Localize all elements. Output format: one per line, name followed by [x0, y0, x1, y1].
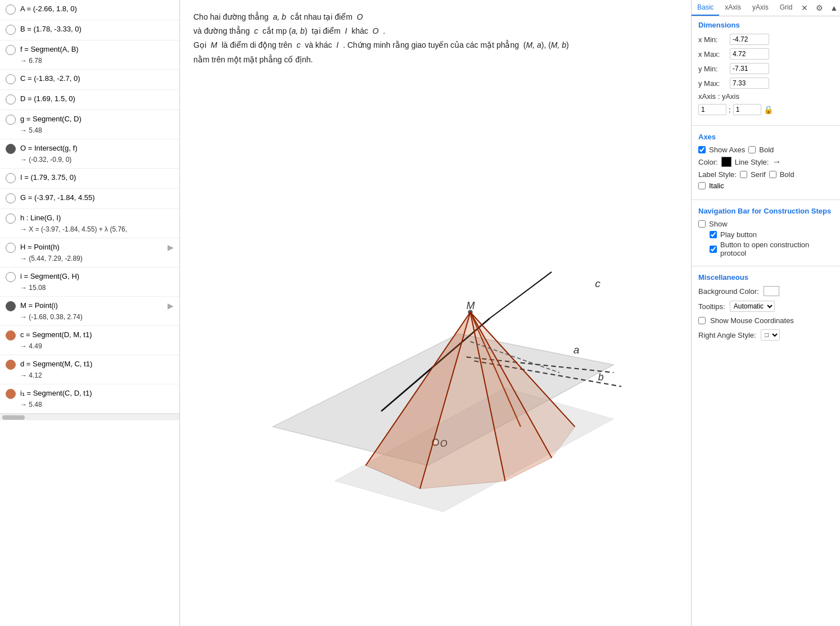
ratio-label: xAxis : yAxis — [698, 92, 739, 101]
tab-basic[interactable]: Basic — [692, 0, 719, 16]
svg-line-8 — [490, 272, 552, 319]
axes-section: Axes Show Axes Bold Color: Line Style: →… — [692, 128, 840, 197]
svg-text:b: b — [598, 371, 604, 382]
tab-grid[interactable]: Grid — [774, 0, 798, 16]
show-axes-row: Show Axes Bold — [698, 146, 833, 154]
play-button-checkbox[interactable] — [710, 231, 717, 238]
algebra-list: A = (-2.66, 1.8, 0) B = (1.78, -3.33, 0)… — [0, 0, 179, 414]
serif-label: Serif — [751, 170, 766, 179]
problem-line3: Gọi M là điểm di động trên c và khác I .… — [193, 40, 569, 49]
serif-checkbox[interactable] — [740, 171, 747, 178]
play-button[interactable]: ▶ — [168, 243, 174, 252]
center-panel: Cho hai đường thẳng a, b cắt nhau tại đi… — [180, 0, 691, 626]
item-text: g = Segment(C, D) → 5.48 — [20, 114, 174, 135]
misc-title: Miscellaneous — [698, 273, 833, 282]
open-protocol-checkbox[interactable] — [710, 246, 717, 253]
list-item: I = (1.79, 3.75, 0) — [0, 169, 179, 189]
italic-checkbox[interactable] — [698, 182, 706, 189]
show-axes-checkbox[interactable] — [698, 146, 706, 153]
angle-style-select[interactable]: □ L — [761, 329, 780, 341]
problem-text: Cho hai đường thẳng a, b cắt nhau tại đi… — [180, 0, 691, 72]
triangle-button[interactable]: ▲ — [827, 1, 840, 15]
play-button[interactable]: ▶ — [168, 301, 174, 310]
color-swatch[interactable] — [721, 157, 731, 167]
list-item: c = Segment(D, M, t1) → 4.49 — [0, 326, 179, 355]
item-icon — [6, 25, 16, 35]
ymax-label: y Max: — [698, 79, 726, 88]
tab-actions: ✕ ⚙ ▲ ∿ — [798, 1, 840, 15]
show-axes-label: Show Axes — [709, 146, 745, 154]
dimensions-section: Dimensions x Min: x Max: y Min: y Max: x… — [692, 16, 840, 123]
list-item: M = Point(i) → (-1.68, 0.38, 2.74) ▶ — [0, 297, 179, 326]
list-item: B = (1.78, -3.33, 0) — [0, 20, 179, 40]
item-text: d = Segment(M, C, t1) → 4.12 — [20, 359, 174, 380]
bold-axes-checkbox[interactable] — [748, 146, 756, 153]
list-item: H = Point(h) → (5.44, 7.29, -2.89) ▶ — [0, 238, 179, 267]
ymin-input[interactable] — [730, 63, 769, 74]
geometry-canvas[interactable]: a b c M O — [180, 72, 691, 626]
item-icon — [6, 115, 16, 125]
xmin-row: x Min: — [698, 34, 833, 45]
ymax-input[interactable] — [730, 78, 769, 89]
show-nav-row: Show — [698, 220, 833, 228]
ratio-colon: : — [729, 106, 731, 114]
italic-row: Italic — [698, 182, 833, 190]
item-text: D = (1.69, 1.5, 0) — [20, 93, 174, 105]
item-icon — [6, 173, 16, 183]
close-button[interactable]: ✕ — [798, 1, 811, 15]
ymin-row: y Min: — [698, 63, 833, 74]
line-style-arrow[interactable]: → — [772, 157, 781, 167]
item-text: A = (-2.66, 1.8, 0) — [20, 3, 174, 15]
label-style-label: Label Style: — [698, 170, 737, 179]
tab-yaxis[interactable]: yAxis — [747, 0, 774, 16]
bold-label: Bold — [780, 170, 794, 179]
item-text: O = Intersect(g, f) → (-0.32, -0.9, 0) — [20, 143, 174, 165]
list-item: d = Segment(M, C, t1) → 4.12 — [0, 355, 179, 384]
xmax-row: x Max: — [698, 48, 833, 60]
list-item: i = Segment(G, H) → 15.08 — [0, 267, 179, 297]
svg-text:c: c — [595, 278, 600, 289]
misc-section: Miscellaneous Background Color: Tooltips… — [692, 269, 840, 350]
item-icon — [6, 272, 16, 282]
show-nav-label: Show — [709, 220, 728, 228]
list-item: C = (-1.83, -2.7, 0) — [0, 70, 179, 90]
item-text: h : Line(G, I) → X = (-3.97, -1.84, 4.55… — [20, 212, 174, 234]
ratio-input-2[interactable] — [733, 104, 761, 115]
tooltips-select[interactable]: Automatic On Off — [730, 301, 775, 312]
color-row: Color: Line Style: → — [698, 157, 833, 167]
axes-title: Axes — [698, 133, 833, 141]
tooltips-label: Tooltips: — [698, 302, 725, 311]
mouse-coords-checkbox[interactable] — [698, 317, 706, 324]
list-item: D = (1.69, 1.5, 0) — [0, 90, 179, 110]
ratio-label-row: xAxis : yAxis — [698, 92, 833, 101]
item-icon — [6, 4, 16, 15]
item-icon — [6, 360, 16, 370]
xmin-label: x Min: — [698, 35, 726, 44]
item-text: B = (1.78, -3.33, 0) — [20, 24, 174, 35]
item-icon — [6, 243, 16, 253]
scrollbar-thumb[interactable] — [2, 415, 25, 420]
horizontal-scrollbar[interactable] — [0, 414, 179, 420]
list-item: O = Intersect(g, f) → (-0.32, -0.9, 0) — [0, 139, 179, 169]
settings-button[interactable]: ⚙ — [812, 1, 826, 15]
bg-color-row: Background Color: — [698, 286, 833, 296]
lock-button[interactable]: 🔒 — [764, 105, 773, 114]
show-nav-checkbox[interactable] — [698, 220, 706, 228]
item-text: M = Point(i) → (-1.68, 0.38, 2.74) — [20, 300, 163, 322]
bold-label-checkbox[interactable] — [769, 171, 776, 178]
xmin-input[interactable] — [730, 34, 769, 45]
nav-bar-section: Navigation Bar for Construction Steps Sh… — [692, 202, 840, 264]
item-text: G = (-3.97, -1.84, 4.55) — [20, 192, 174, 203]
item-icon — [6, 45, 16, 55]
play-button-label: Play button — [720, 230, 757, 239]
tooltips-row: Tooltips: Automatic On Off — [698, 301, 833, 312]
label-style-row: Label Style: Serif Bold — [698, 170, 833, 179]
xmax-label: x Max: — [698, 50, 726, 58]
ratio-input-1[interactable] — [698, 104, 726, 115]
italic-label: Italic — [709, 182, 724, 190]
nav-bar-title: Navigation Bar for Construction Steps — [698, 207, 833, 215]
tab-xaxis[interactable]: xAxis — [719, 0, 747, 16]
bg-color-swatch[interactable] — [764, 286, 779, 296]
item-icon — [6, 74, 16, 84]
xmax-input[interactable] — [730, 48, 769, 60]
